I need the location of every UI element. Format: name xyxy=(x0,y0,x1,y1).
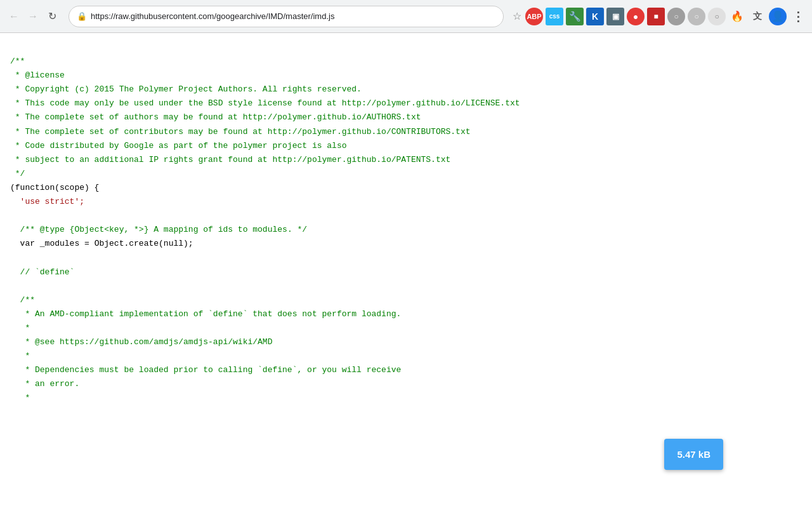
adblock-icon[interactable]: ABP xyxy=(525,8,543,25)
code-line-1: /** * @license * Copyright (c) 2015 The … xyxy=(10,57,520,178)
url-text: https://raw.githubusercontent.com/googea… xyxy=(91,11,495,21)
file-size-badge[interactable]: 5.47 kB xyxy=(664,439,723,470)
gray-circle-icon[interactable]: ○ xyxy=(667,8,685,25)
code-function-start: (function(scope) { xyxy=(10,183,99,192)
blue-k-icon[interactable]: K xyxy=(586,8,604,25)
nav-buttons: ← → ↻ xyxy=(5,8,61,25)
lighter-circle-icon[interactable]: ○ xyxy=(708,8,726,25)
red-circle-icon[interactable]: ● xyxy=(627,8,645,25)
red-rect-icon[interactable]: ■ xyxy=(647,8,665,25)
reload-button[interactable]: ↻ xyxy=(43,8,61,25)
code-modules-var: var _modules = Object.create(null); xyxy=(20,239,193,248)
code-use-strict: 'use strict'; xyxy=(20,197,84,206)
browser-chrome: ← → ↻ 🔒 https://raw.githubusercontent.co… xyxy=(0,0,812,33)
code-comment-modules: /** @type {Object<key, *>} A mapping of … xyxy=(20,225,307,234)
flame-icon[interactable]: 🔥 xyxy=(728,8,746,25)
toolbar-extensions: ABP css 🔧 K ▣ ● ■ ○ ○ ○ 🔥 xyxy=(525,8,807,25)
bookmark-button[interactable]: ☆ xyxy=(511,9,523,23)
code-content: /** * @license * Copyright (c) 2015 The … xyxy=(0,33,812,508)
lock-icon: 🔒 xyxy=(77,11,87,21)
japanese-icon[interactable]: 文 xyxy=(749,8,766,25)
code-comment-jsdoc: /** * An AMD-compliant implementation of… xyxy=(10,295,401,403)
user-account-icon[interactable]: 👤 xyxy=(769,8,787,25)
light-circle-icon[interactable]: ○ xyxy=(688,8,705,25)
menu-icon[interactable]: ⋮ xyxy=(789,8,807,25)
monitor-icon[interactable]: ▣ xyxy=(606,8,624,25)
code-comment-define-label: // `define` xyxy=(20,267,75,277)
address-bar[interactable]: 🔒 https://raw.githubusercontent.com/goog… xyxy=(69,6,504,27)
back-button[interactable]: ← xyxy=(5,8,23,25)
green-ext-icon[interactable]: 🔧 xyxy=(566,8,584,25)
forward-button[interactable]: → xyxy=(24,8,42,25)
css-icon[interactable]: css xyxy=(546,8,563,25)
